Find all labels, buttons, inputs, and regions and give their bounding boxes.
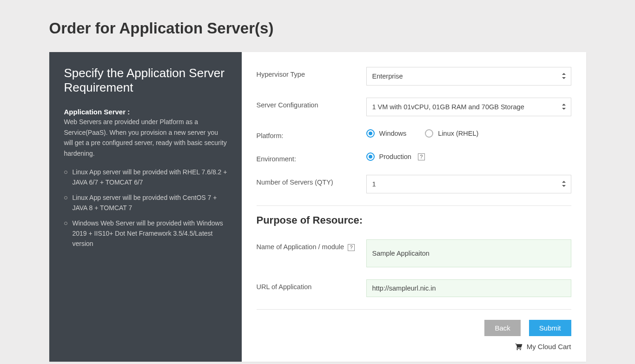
radio-icon [366,152,375,161]
hypervisor-label: Hypervisor Type [257,67,366,78]
radio-icon [425,129,433,138]
cart-icon [515,344,523,350]
sidebar-description: Web Servers are provided under Platform … [64,117,228,159]
app-url-label: URL of Application [257,279,366,291]
environment-radio-production[interactable]: Production ? [366,152,425,161]
sidebar-heading: Specify the Application Server Requireme… [64,66,228,95]
qty-label: Number of Servers (QTY) [257,175,366,186]
form-panel: Hypervisor Type Enterprise Server Config… [242,52,586,362]
list-item: Linux App server will be provided with R… [64,167,228,188]
hypervisor-select[interactable]: Enterprise [366,67,571,86]
qty-select[interactable]: 1 [366,175,571,193]
app-name-input[interactable] [366,239,571,267]
server-config-select[interactable]: 1 VM with 01vCPU, 01GB RAM and 70GB Stor… [366,98,571,116]
my-cloud-cart-link[interactable]: My Cloud Cart [257,343,571,351]
radio-label: Linux (RHEL) [438,130,478,137]
platform-radio-windows[interactable]: Windows [366,129,407,138]
page-title: Order for Application Server(s) [49,20,586,37]
sidebar-info-panel: Specify the Application Server Requireme… [49,52,242,362]
cart-label: My Cloud Cart [527,343,571,351]
list-item: Linux App server will be provided with C… [64,192,228,213]
environment-label: Environment: [257,152,366,163]
app-name-label: Name of Application / module ? [257,239,366,251]
qty-select-input[interactable]: 1 [366,175,571,193]
platform-radio-linux[interactable]: Linux (RHEL) [425,129,478,138]
server-config-label: Server Configuration [257,98,366,109]
hypervisor-select-input[interactable]: Enterprise [366,67,571,86]
sidebar-subhead: Application Server : [64,108,228,116]
section-divider [257,309,571,310]
radio-label: Production [379,153,411,160]
radio-icon [366,129,375,138]
sidebar-bullet-list: Linux App server will be provided with R… [64,167,228,249]
order-card: Specify the Application Server Requireme… [49,52,586,362]
submit-button[interactable]: Submit [529,320,571,336]
section-divider [257,205,571,206]
help-icon[interactable]: ? [418,153,425,160]
server-config-select-input[interactable]: 1 VM with 01vCPU, 01GB RAM and 70GB Stor… [366,98,571,116]
app-url-input[interactable] [366,279,571,297]
list-item: Windows Web Server will be provided with… [64,218,228,249]
back-button[interactable]: Back [484,320,520,336]
platform-label: Platform: [257,128,366,139]
purpose-heading: Purpose of Resource: [257,214,571,226]
help-icon[interactable]: ? [348,244,355,251]
radio-label: Windows [379,130,407,137]
